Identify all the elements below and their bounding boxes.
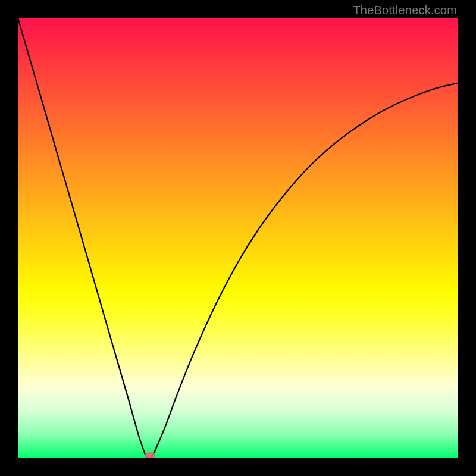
bottleneck-curve [18, 18, 458, 458]
watermark-text: TheBottleneck.com [353, 4, 457, 17]
curve-svg [18, 18, 458, 458]
chart-frame: TheBottleneck.com [0, 0, 476, 476]
plot-area [18, 18, 458, 458]
